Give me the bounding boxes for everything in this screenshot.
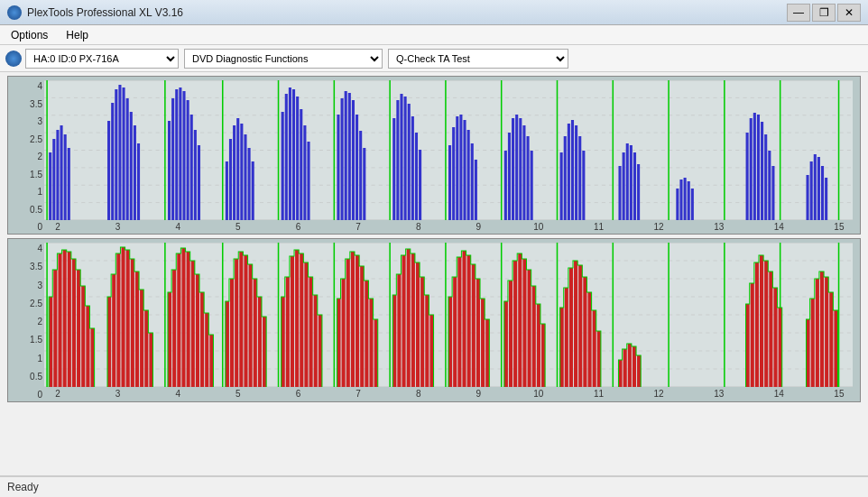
- svg-rect-43: [252, 161, 254, 220]
- function-select[interactable]: DVD Diagnostic Functions: [184, 49, 383, 69]
- svg-rect-118: [771, 166, 774, 220]
- svg-rect-31: [187, 100, 189, 220]
- svg-rect-254: [779, 308, 782, 387]
- menu-options[interactable]: Options: [4, 27, 55, 43]
- svg-rect-41: [244, 134, 246, 220]
- svg-rect-190: [337, 299, 340, 387]
- svg-rect-69: [415, 133, 418, 220]
- svg-rect-101: [630, 145, 633, 220]
- menu-bar: Options Help: [0, 25, 868, 45]
- close-button[interactable]: ✕: [837, 4, 861, 22]
- svg-rect-252: [769, 272, 772, 387]
- svg-rect-203: [407, 249, 411, 387]
- bottom-chart-svg: [44, 243, 853, 387]
- svg-rect-63: [392, 118, 395, 220]
- svg-rect-19: [118, 85, 121, 220]
- svg-rect-68: [411, 116, 414, 220]
- svg-rect-204: [411, 253, 415, 387]
- svg-rect-93: [571, 120, 574, 220]
- bottom-x-axis: 2 3 4 5 6 7 8 9 10 11 12 13 14 15: [44, 387, 853, 400]
- svg-rect-40: [240, 124, 243, 220]
- svg-rect-45: [282, 112, 284, 220]
- svg-rect-198: [374, 319, 378, 387]
- test-select[interactable]: Q-Check TA Test: [388, 49, 568, 69]
- svg-rect-249: [755, 262, 759, 387]
- toolbar: HA:0 ID:0 PX-716A DVD Diagnostic Functio…: [0, 45, 868, 72]
- svg-rect-163: [187, 252, 190, 387]
- svg-rect-124: [821, 166, 824, 220]
- svg-rect-251: [764, 261, 768, 387]
- svg-rect-247: [746, 304, 750, 387]
- svg-rect-225: [528, 270, 531, 387]
- title-text: PlexTools Professional XL V3.16: [27, 6, 183, 19]
- svg-rect-230: [560, 308, 564, 387]
- svg-rect-17: [111, 103, 114, 220]
- svg-rect-37: [229, 139, 232, 220]
- svg-rect-144: [81, 286, 85, 387]
- svg-rect-81: [504, 151, 507, 220]
- svg-rect-240: [618, 360, 622, 387]
- svg-rect-152: [126, 250, 130, 387]
- svg-rect-39: [236, 118, 239, 220]
- svg-rect-79: [475, 160, 477, 220]
- svg-rect-170: [226, 301, 229, 387]
- drive-select[interactable]: HA:0 ID:0 PX-716A: [25, 49, 179, 69]
- svg-rect-61: [363, 148, 365, 220]
- svg-rect-220: [504, 301, 508, 387]
- svg-rect-250: [760, 255, 763, 387]
- title-bar: PlexTools Professional XL V3.16 — ❐ ✕: [0, 0, 868, 25]
- svg-rect-29: [179, 87, 181, 220]
- svg-rect-125: [825, 178, 827, 220]
- bottom-y-axis: 0 0.5 1 1.5 2 2.5 3 3.5 4: [8, 243, 42, 401]
- svg-rect-185: [304, 262, 308, 387]
- svg-rect-75: [459, 115, 462, 220]
- svg-rect-173: [239, 252, 243, 387]
- svg-rect-193: [351, 252, 355, 387]
- svg-rect-202: [402, 255, 406, 387]
- svg-rect-155: [140, 290, 143, 387]
- svg-rect-83: [512, 118, 514, 220]
- svg-rect-87: [527, 136, 530, 220]
- svg-rect-140: [63, 250, 67, 387]
- svg-rect-102: [633, 152, 636, 220]
- svg-rect-96: [582, 151, 585, 220]
- svg-rect-206: [420, 277, 424, 387]
- svg-rect-108: [688, 181, 690, 220]
- svg-rect-244: [637, 355, 641, 387]
- svg-rect-238: [597, 331, 601, 387]
- svg-rect-11: [56, 130, 59, 220]
- svg-rect-18: [115, 89, 117, 220]
- svg-rect-168: [209, 335, 213, 387]
- svg-rect-150: [116, 253, 120, 387]
- top-chart-svg: [44, 80, 853, 220]
- minimize-button[interactable]: —: [787, 4, 810, 22]
- app-icon: [7, 5, 22, 20]
- menu-help[interactable]: Help: [59, 27, 96, 43]
- svg-rect-116: [764, 134, 767, 220]
- drive-icon: [5, 51, 22, 67]
- svg-rect-99: [623, 152, 625, 220]
- top-chart-inner: [44, 80, 853, 220]
- restore-button[interactable]: ❐: [812, 4, 836, 22]
- svg-rect-261: [829, 292, 833, 387]
- svg-rect-197: [369, 299, 373, 387]
- svg-rect-194: [356, 255, 359, 387]
- svg-rect-257: [811, 299, 815, 387]
- svg-rect-201: [397, 274, 401, 387]
- svg-rect-34: [198, 145, 200, 220]
- svg-rect-221: [509, 281, 512, 387]
- svg-rect-196: [365, 281, 368, 387]
- svg-rect-57: [348, 93, 351, 220]
- svg-rect-243: [633, 346, 636, 387]
- svg-rect-222: [513, 261, 517, 387]
- svg-rect-207: [425, 295, 429, 387]
- svg-rect-212: [457, 257, 461, 387]
- svg-rect-208: [429, 315, 433, 387]
- svg-rect-228: [541, 324, 545, 387]
- svg-rect-111: [746, 133, 749, 220]
- svg-rect-231: [565, 288, 568, 387]
- svg-rect-70: [419, 150, 421, 220]
- svg-rect-91: [564, 136, 567, 220]
- svg-rect-76: [463, 120, 466, 220]
- svg-rect-88: [531, 151, 533, 220]
